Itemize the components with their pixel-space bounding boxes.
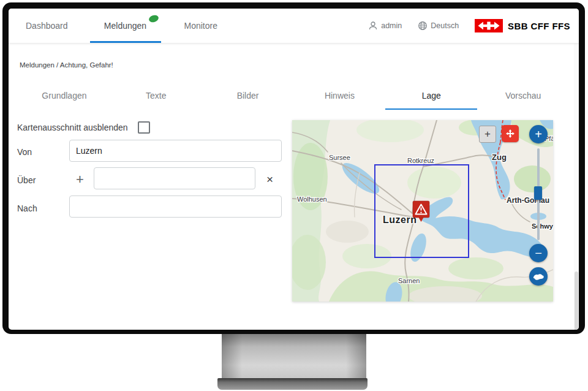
overview-button[interactable]: + [479,126,496,143]
town-label: Wolhusen [297,196,327,203]
tab-hinweis[interactable]: Hinweis [293,87,385,110]
town-label: Arth-Goldau [507,196,549,205]
tab-vorschau[interactable]: Vorschau [477,87,569,110]
monitor-stand-base [217,378,368,390]
town-label: Luzern [383,214,417,225]
monitor-frame: Dashboard Meldungen Monitore admin [2,2,585,334]
nav-item-dashboard[interactable]: Dashboard [21,9,73,43]
breadcrumb: Meldungen / Achtung, Gefahr! [20,61,113,69]
sbb-brand: SBB CFF FFS [475,19,570,32]
screen: Dashboard Meldungen Monitore admin [9,9,579,330]
von-label: Von [17,147,32,157]
home-extent-button[interactable] [529,267,548,286]
town-label: Sursee [329,154,350,161]
clear-via-button[interactable]: × [263,173,277,186]
zoom-in-button[interactable]: + [529,125,548,143]
nav-item-meldungen[interactable]: Meldungen [90,9,161,43]
switzerland-icon [532,273,545,281]
town-label: Rotkreuz [407,157,434,164]
tab-texte[interactable]: Texte [110,87,202,110]
hide-map-row: Kartenausschnitt ausblenden [17,121,150,134]
ueber-input[interactable] [94,167,255,189]
user-icon [368,21,378,31]
tab-grundlagen[interactable]: Grundlagen [18,87,110,110]
brand-text: SBB CFF FFS [508,21,570,31]
pan-button[interactable] [502,125,519,142]
zoom-out-button[interactable]: − [529,244,548,262]
scrollbar-track[interactable] [574,44,579,330]
town-label: Sarnen [398,277,420,284]
sbb-logo-icon [475,19,503,32]
nach-label: Nach [17,203,37,213]
user-label: admin [381,21,402,30]
hide-map-checkbox[interactable] [138,121,150,134]
language-label: Deutsch [431,21,459,30]
town-label: Zug [492,153,507,162]
notification-badge [148,14,159,23]
globe-icon [418,21,428,31]
ueber-label: Über [17,175,36,185]
navbar-right: admin Deutsch [368,19,570,32]
monitor-stand-neck [222,334,366,379]
tab-bilder[interactable]: Bilder [202,87,294,110]
tab-lage[interactable]: Lage [385,87,477,110]
language-menu[interactable]: Deutsch [418,21,459,31]
von-input[interactable] [69,140,282,162]
zoom-slider-thumb[interactable] [534,186,542,200]
hide-map-label: Kartenausschnitt ausblenden [17,123,128,132]
town-label: Schwyz [532,222,553,230]
nach-input[interactable] [69,196,282,218]
nav-item-monitore[interactable]: Monitore [179,9,222,43]
map-panel[interactable]: Sursee Wolhusen Rotkreuz Zug Luzern Arth… [292,120,553,302]
tab-bar: Grundlagen Texte Bilder Hinweis Lage Vor… [18,87,569,110]
add-via-button[interactable]: + [72,173,88,186]
move-icon [505,129,515,139]
user-menu[interactable]: admin [368,21,402,31]
scrollbar-thumb[interactable] [575,271,578,330]
top-navbar: Dashboard Meldungen Monitore admin [9,9,579,44]
nav-item-meldungen-label: Meldungen [104,21,146,31]
map-canvas[interactable]: Sursee Wolhusen Rotkreuz Zug Luzern Arth… [292,120,553,302]
